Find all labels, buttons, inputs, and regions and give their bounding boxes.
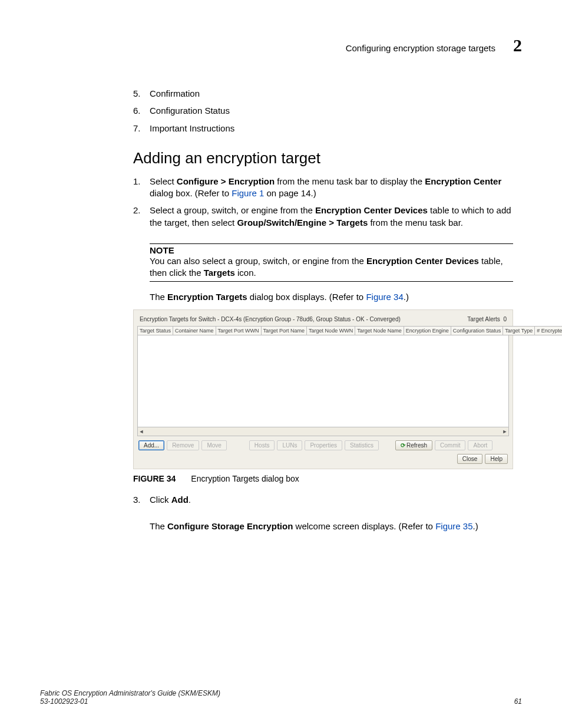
footer-doc-title: Fabric OS Encryption Administrator's Gui… <box>40 689 220 697</box>
list-item: Important Instructions <box>150 123 234 134</box>
table-body-empty <box>137 335 509 427</box>
horizontal-scrollbar[interactable]: ◄ ► <box>137 427 509 436</box>
add-button[interactable]: Add... <box>138 440 164 450</box>
col-header[interactable]: Target Type <box>503 326 535 335</box>
scroll-right-icon[interactable]: ► <box>501 429 508 434</box>
step-num: 3. <box>133 494 150 506</box>
col-header[interactable]: Target Port WWN <box>216 326 261 335</box>
step-num: 1. <box>133 176 150 200</box>
figure-link[interactable]: Figure 1 <box>232 188 264 198</box>
footer-doc-number: 53-1002923-01 <box>40 697 220 706</box>
running-header: Configuring encryption storage targets 2 <box>40 35 522 55</box>
note-rule-bottom <box>150 281 513 282</box>
figure-link[interactable]: Figure 35 <box>435 521 472 531</box>
targets-table: Target Status Container Name Target Port… <box>137 326 562 335</box>
col-header[interactable]: Target Node WWN <box>307 326 355 335</box>
header-chapter: 2 <box>513 35 522 55</box>
list-item: Confirmation <box>150 88 200 100</box>
header-section: Configuring encryption storage targets <box>346 43 495 53</box>
col-header[interactable]: Target Node Name <box>355 326 404 335</box>
note-body: You can also select a group, switch, or … <box>150 255 513 279</box>
col-header[interactable]: # Encrypted / # <box>535 326 562 335</box>
abort-button[interactable]: Abort <box>468 440 492 450</box>
para-targets: The Encryption Targets dialog box displa… <box>150 291 513 303</box>
step-num: 2. <box>133 205 150 229</box>
col-header[interactable]: Target Status <box>138 326 173 335</box>
note-label: NOTE <box>150 245 513 255</box>
col-header[interactable]: Container Name <box>173 326 216 335</box>
help-button[interactable]: Help <box>485 454 508 464</box>
hosts-button[interactable]: Hosts <box>249 440 275 450</box>
encryption-targets-dialog: Encryption Targets for Switch - DCX-4s (… <box>133 309 513 469</box>
target-alerts: Target Alerts 0 <box>467 316 507 322</box>
page-footer: Fabric OS Encryption Administrator's Gui… <box>40 689 522 706</box>
section-heading: Adding an encryption target <box>133 149 513 167</box>
statistics-button[interactable]: Statistics <box>345 440 379 450</box>
steps-list-cont: 3. Click Add. <box>133 494 513 506</box>
commit-button[interactable]: Commit <box>435 440 465 450</box>
list-num: 7. <box>133 123 150 134</box>
dialog-title: Encryption Targets for Switch - DCX-4s (… <box>140 316 401 322</box>
refresh-icon: ⟳ <box>401 442 405 449</box>
move-button[interactable]: Move <box>201 440 226 450</box>
col-header[interactable]: Target Port Name <box>261 326 307 335</box>
footer-page-number: 61 <box>514 697 522 706</box>
step-text: Select Configure > Encryption from the m… <box>150 176 513 200</box>
col-header[interactable]: Encryption Engine <box>404 326 451 335</box>
refresh-button[interactable]: ⟳Refresh <box>395 440 432 450</box>
luns-button[interactable]: LUNs <box>277 440 302 450</box>
steps-list: 1. Select Configure > Encryption from th… <box>133 176 513 229</box>
close-button[interactable]: Close <box>457 454 483 464</box>
list-item: Configuration Status <box>150 105 230 117</box>
step-text: Click Add. <box>150 494 191 506</box>
remove-button[interactable]: Remove <box>167 440 199 450</box>
step-text: Select a group, switch, or engine from t… <box>150 205 513 229</box>
note-rule-top <box>150 243 513 244</box>
scroll-left-icon[interactable]: ◄ <box>138 429 145 434</box>
figure-link[interactable]: Figure 34 <box>366 292 403 302</box>
list-top: 5.Confirmation 6.Configuration Status 7.… <box>133 88 513 134</box>
list-num: 5. <box>133 88 150 100</box>
properties-button[interactable]: Properties <box>305 440 342 450</box>
step3-followup: The Configure Storage Encryption welcome… <box>150 521 513 532</box>
figure-caption: FIGURE 34Encryption Targets dialog box <box>133 474 513 483</box>
list-num: 6. <box>133 105 150 117</box>
col-header[interactable]: Configuration Status <box>451 326 503 335</box>
